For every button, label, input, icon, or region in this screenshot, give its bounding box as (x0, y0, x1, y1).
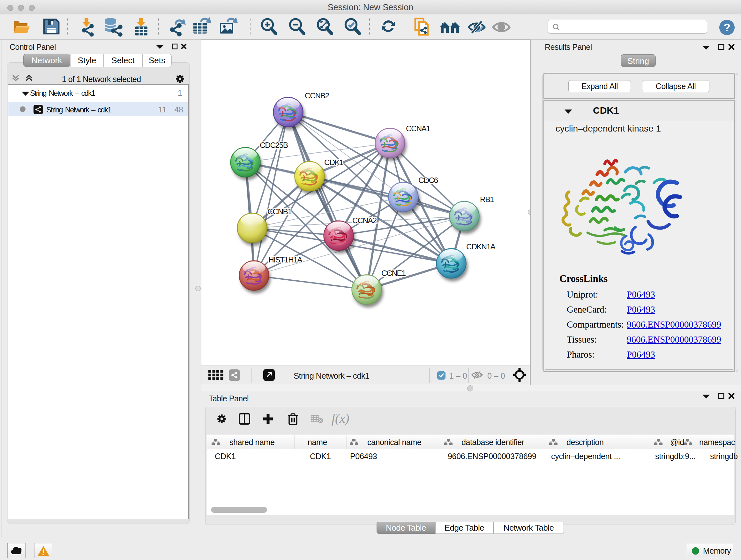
svg-text:?: ? (724, 21, 731, 34)
svg-text:CDC25B: CDC25B (260, 141, 288, 149)
svg-text:HIST1H1A: HIST1H1A (268, 255, 302, 264)
svg-text:CCNA1: CCNA1 (406, 124, 430, 133)
svg-text:CDK1: CDK1 (324, 158, 343, 167)
svg-text:CDKN1A: CDKN1A (466, 242, 496, 251)
svg-text:CCNB2: CCNB2 (305, 91, 329, 100)
svg-text:CCNA2: CCNA2 (352, 216, 377, 225)
svg-text:RB1: RB1 (480, 195, 494, 204)
svg-text:CDC6: CDC6 (418, 176, 438, 185)
svg-text:CCNB1: CCNB1 (267, 207, 292, 216)
svg-text:CCNE1: CCNE1 (381, 269, 406, 277)
